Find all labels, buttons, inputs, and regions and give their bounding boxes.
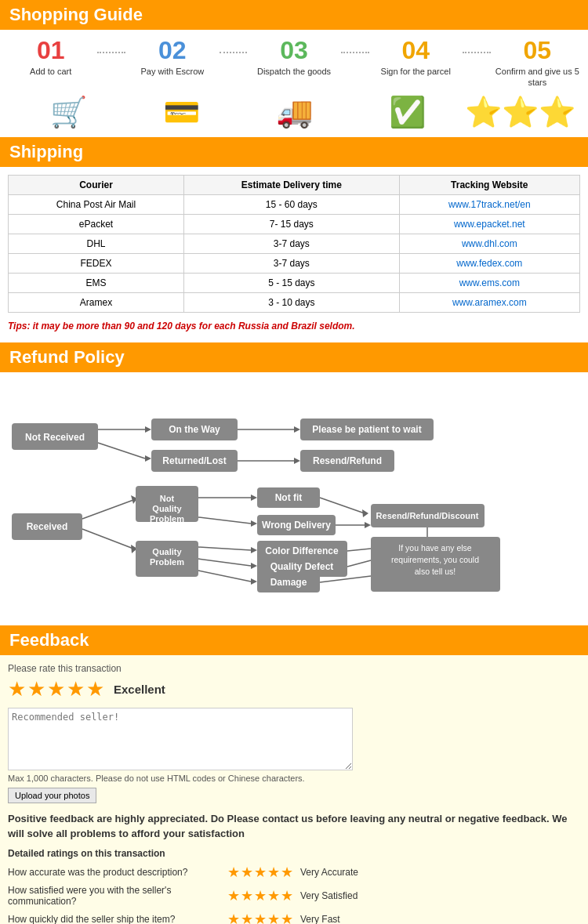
svg-text:Not: Not: [160, 494, 175, 503]
table-row: Aramex 3 - 10 days www.aramex.com: [9, 292, 580, 312]
rating-desc-3: Very Fast: [300, 914, 340, 924]
svg-text:Quality Defect: Quality Defect: [270, 561, 334, 572]
upload-photos-button[interactable]: Upload your photos: [8, 788, 96, 803]
table-row: ePacket 7- 15 days www.epacket.net: [9, 214, 580, 234]
rating-stars-3: ★★★★★: [227, 911, 294, 924]
feedback-stars-description: Excellent: [114, 683, 165, 696]
svg-line-49: [198, 571, 251, 582]
tracking-url[interactable]: www.17track.net/en: [399, 194, 579, 214]
shopping-guide-section: 01 Add to cart 02 Pay with Escrow 03 Dis…: [0, 30, 588, 137]
courier-name: EMS: [9, 273, 184, 292]
checkmark-icon: ✅: [350, 95, 463, 129]
shopping-guide-title: Shopping Guide: [9, 5, 143, 24]
connector-2: [220, 52, 248, 53]
step-2-num: 02: [125, 38, 219, 63]
refund-title: Refund Policy: [9, 347, 125, 367]
rating-stars-2: ★★★★★: [227, 887, 294, 904]
feedback-textarea[interactable]: [8, 708, 353, 770]
table-row: FEDEX 3-7 days www.fedex.com: [9, 253, 580, 273]
svg-line-20: [82, 500, 133, 519]
svg-line-59: [347, 560, 371, 567]
step-1-num: 01: [4, 38, 97, 63]
shipping-title: Shipping: [9, 142, 83, 161]
rating-row-2: How satisfied were you with the seller's…: [8, 885, 580, 907]
step-5-num: 05: [491, 38, 584, 63]
svg-text:Damage: Damage: [270, 577, 307, 588]
shipping-table-header-row: Courier Estimate Delivery time Tracking …: [9, 175, 580, 194]
connector-4: [463, 52, 491, 53]
tracking-url[interactable]: www.dhl.com: [399, 234, 579, 253]
tracking-url[interactable]: www.epacket.net: [399, 214, 579, 234]
shipping-section: Courier Estimate Delivery time Tracking …: [0, 167, 588, 342]
svg-marker-15: [294, 458, 300, 464]
table-row: DHL 3-7 days www.dhl.com: [9, 234, 580, 253]
refund-header: Refund Policy: [0, 342, 588, 372]
svg-text:Wrong Delivery: Wrong Delivery: [262, 520, 331, 531]
step-3: 03 Dispatch the goods: [247, 38, 340, 77]
svg-line-57: [347, 549, 371, 551]
step-2-label: Pay with Escrow: [125, 66, 219, 77]
table-row: China Post Air Mail 15 - 60 days www.17t…: [9, 194, 580, 214]
feedback-section: Please rate this transaction ★★★★★ Excel…: [0, 655, 588, 924]
rating-question-1: How accurate was the product description…: [8, 867, 227, 878]
courier-name: Aramex: [9, 292, 184, 312]
svg-text:Not fit: Not fit: [275, 492, 303, 503]
step-3-num: 03: [247, 38, 340, 63]
rating-stars-1: ★★★★★: [227, 864, 294, 881]
courier-name: FEDEX: [9, 253, 184, 273]
svg-line-47: [198, 559, 251, 566]
step-4-label: Sign for the parcel: [369, 66, 463, 77]
shipping-tips: Tips: it may be more than 90 and 120 day…: [8, 317, 580, 335]
svg-line-36: [320, 498, 365, 513]
svg-line-22: [82, 529, 133, 549]
steps-numbers-row: 01 Add to cart 02 Pay with Escrow 03 Dis…: [4, 38, 584, 89]
svg-marker-39: [365, 522, 371, 528]
svg-text:On the Way: On the Way: [169, 424, 220, 435]
svg-text:Problem: Problem: [150, 514, 184, 524]
courier-name: DHL: [9, 234, 184, 253]
svg-line-4: [98, 443, 145, 458]
connector-1: [97, 52, 125, 53]
courier-name: China Post Air Mail: [9, 194, 184, 214]
step-5-label: Confirm and give us 5 stars: [491, 66, 584, 89]
shopping-guide-header: Shopping Guide: [0, 0, 588, 30]
cart-icon: 🛒: [12, 95, 125, 129]
col-courier: Courier: [9, 175, 184, 194]
feedback-rate-label: Please rate this transaction: [8, 663, 580, 674]
svg-line-61: [320, 576, 371, 582]
feedback-note: Positive feedback are highly appreciated…: [8, 811, 580, 842]
svg-line-45: [198, 547, 251, 550]
svg-marker-50: [251, 578, 257, 585]
delivery-time: 3-7 days: [184, 253, 400, 273]
rating-desc-1: Very Accurate: [300, 867, 358, 878]
feedback-header: Feedback: [0, 625, 588, 655]
svg-marker-9: [294, 426, 300, 433]
tracking-url[interactable]: www.fedex.com: [399, 253, 579, 273]
delivery-time: 3 - 10 days: [184, 292, 400, 312]
svg-marker-31: [251, 520, 257, 527]
step-4: 04 Sign for the parcel: [369, 38, 463, 77]
svg-marker-29: [251, 495, 257, 501]
feedback-stars: ★★★★★: [8, 677, 106, 701]
svg-text:Problem: Problem: [150, 557, 184, 567]
svg-line-30: [198, 517, 251, 524]
svg-text:Not Received: Not Received: [25, 432, 85, 443]
shipping-header: Shipping: [0, 137, 588, 167]
svg-marker-37: [362, 509, 368, 517]
credit-card-icon: 💳: [125, 95, 238, 129]
svg-text:Quality: Quality: [152, 547, 182, 556]
step-5: 05 Confirm and give us 5 stars: [491, 38, 584, 89]
refund-flowchart: Not Received On the Way Please be patien…: [8, 380, 580, 615]
refund-section: Not Received On the Way Please be patien…: [0, 372, 588, 625]
step-3-label: Dispatch the goods: [247, 66, 340, 77]
svg-text:Returned/Lost: Returned/Lost: [162, 455, 226, 466]
svg-text:If you have any else: If you have any else: [398, 543, 472, 553]
col-tracking: Tracking Website: [399, 175, 579, 194]
table-row: EMS 5 - 15 days www.ems.com: [9, 273, 580, 292]
delivery-time: 5 - 15 days: [184, 273, 400, 292]
svg-text:Color Difference: Color Difference: [265, 545, 339, 556]
svg-text:Quality: Quality: [152, 504, 182, 513]
tracking-url[interactable]: www.ems.com: [399, 273, 579, 292]
tracking-url[interactable]: www.aramex.com: [399, 292, 579, 312]
truck-icon: 🚚: [238, 95, 350, 129]
